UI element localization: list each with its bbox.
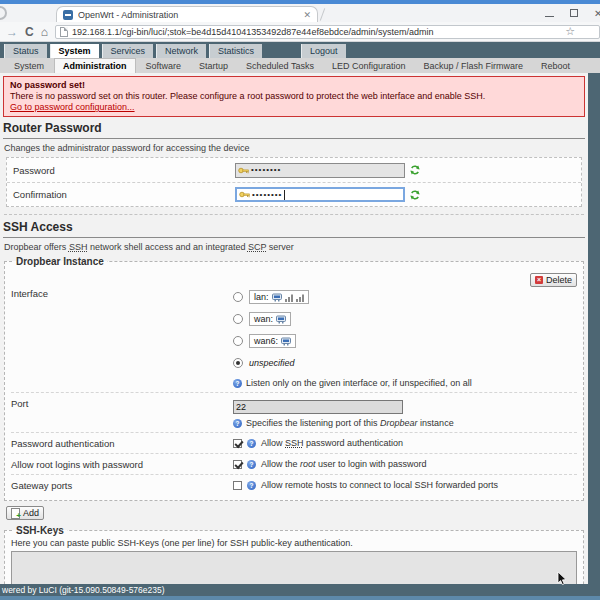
ssh-keys-legend: SSH-Keys [13, 525, 67, 536]
gateway-ports-help: Allow remote hosts to connect to local S… [261, 480, 498, 490]
ssh-access-description: Dropbear offers SSH network shell access… [4, 242, 584, 252]
port-help: ? Specifies the listening port of this D… [233, 418, 577, 428]
radio-wan[interactable] [233, 314, 243, 324]
window-controls: ✕ [545, 4, 600, 22]
bottom-accent-strip [0, 596, 600, 600]
interface-option-wan: wan: [233, 308, 577, 330]
tab-edge [320, 8, 325, 21]
port-input[interactable] [233, 400, 403, 414]
port-label: Port [11, 396, 233, 429]
password-configuration-link[interactable]: Go to password configuration... [10, 102, 135, 112]
signal-icon [296, 293, 304, 302]
router-password-section: Password •••••••• Confirmation •••••••• [6, 157, 582, 207]
nav-logout[interactable]: Logout [301, 44, 346, 58]
close-button[interactable]: ✕ [594, 8, 600, 19]
home-icon[interactable]: ⌂ [41, 26, 48, 38]
add-button[interactable]: Add [6, 506, 44, 520]
password-toggle-icon[interactable] [410, 165, 420, 175]
password-auth-checkbox[interactable] [233, 439, 242, 448]
delete-button[interactable]: × Delete [530, 273, 577, 287]
password-masked-value: •••••••• [251, 166, 281, 174]
wan6-interface-box: wan6: [249, 334, 296, 348]
confirmation-row: Confirmation •••••••• [7, 182, 581, 206]
password-auth-label: Password authentication [11, 436, 233, 450]
ethernet-icon [281, 337, 291, 346]
confirmation-input[interactable]: •••••••• [235, 187, 405, 202]
radio-lan[interactable] [233, 292, 243, 302]
ssh-abbr: SSH [69, 242, 88, 252]
nav-status[interactable]: Status [4, 44, 47, 58]
port-row: Port ? Specifies the listening port of t… [11, 393, 577, 433]
minimize-button[interactable] [545, 16, 554, 17]
reload-icon[interactable]: C [25, 26, 34, 38]
ssh-keys-textarea[interactable] [11, 551, 577, 584]
powered-by-text: wered by LuCI (git-15.090.50849-576e235) [2, 585, 165, 595]
password-input[interactable]: •••••••• [235, 163, 405, 178]
nav-network[interactable]: Network [156, 44, 206, 58]
add-row: Add [6, 504, 582, 522]
nav-statistics[interactable]: Statistics [209, 44, 262, 58]
forward-icon[interactable]: → [6, 26, 18, 38]
nav-services[interactable]: Services [102, 44, 154, 58]
signal-icon [285, 293, 293, 302]
address-bar[interactable]: 192.168.1.1/cgi-bin/luci/;stok=be4d15d41… [55, 25, 600, 39]
gateway-ports-checkbox[interactable] [233, 481, 242, 490]
url-text[interactable]: 192.168.1.1/cgi-bin/luci/;stok=be4d15d41… [72, 27, 561, 37]
nav-system[interactable]: System [50, 44, 99, 58]
password-auth-help: Allow SSH password authentication [261, 438, 403, 448]
subnav-reboot[interactable]: Reboot [533, 59, 578, 73]
dropbear-instance-legend: Dropbear Instance [13, 256, 107, 267]
subnav-led-configuration[interactable]: LED Configuration [324, 59, 414, 73]
subnav-system[interactable]: System [6, 59, 52, 73]
wan-interface-box: wan: [249, 312, 291, 326]
root-login-checkbox[interactable] [233, 460, 242, 469]
interface-help: ? Listen only on the given interface or,… [233, 378, 577, 388]
no-password-alert: No password set! There is no password se… [3, 76, 585, 117]
browser-tab[interactable]: OpenWrt - Administration ✕ [56, 6, 318, 22]
browser-profile-circle-partial [0, 6, 7, 20]
ethernet-icon [272, 293, 282, 302]
dropbear-instance-fieldset: Dropbear Instance × Delete Interface lan… [4, 256, 584, 501]
page-background: No password set! There is no password se… [0, 73, 600, 584]
footer-bar: wered by LuCI (git-15.090.50849-576e235) [0, 584, 600, 596]
main-nav: Status System Services Network Statistic… [0, 42, 600, 58]
router-password-description: Changes the administrator password for a… [4, 143, 584, 153]
root-login-label: Allow root logins with password [11, 457, 233, 471]
radio-wan6[interactable] [233, 336, 243, 346]
bookmark-star-icon[interactable]: ☆ [565, 25, 575, 38]
router-password-heading: Router Password [3, 121, 585, 139]
subnav-software[interactable]: Software [138, 59, 190, 73]
help-icon: ? [247, 439, 256, 448]
interface-label: Interface [11, 286, 233, 389]
subnav-startup[interactable]: Startup [191, 59, 236, 73]
password-auth-row: Password authentication ? Allow SSH pass… [11, 433, 577, 454]
gateway-ports-label: Gateway ports [11, 478, 233, 492]
subnav-scheduled-tasks[interactable]: Scheduled Tasks [238, 59, 322, 73]
subnav-administration[interactable]: Administration [54, 58, 136, 73]
ssh-access-heading: SSH Access [3, 220, 585, 238]
confirmation-toggle-icon[interactable] [410, 190, 420, 200]
mouse-cursor [557, 571, 569, 591]
interface-option-unspecified: unspecified [233, 352, 577, 374]
tab-title: OpenWrt - Administration [78, 10, 298, 20]
gateway-ports-row: Gateway ports ? Allow remote hosts to co… [11, 475, 577, 495]
interface-option-wan6: wan6: [233, 330, 577, 352]
ssh-keys-textarea-wrap [11, 551, 577, 584]
root-login-help: Allow the root user to login with passwo… [261, 459, 427, 469]
delete-icon: × [535, 276, 543, 284]
help-icon: ? [247, 460, 256, 469]
maximize-button[interactable] [570, 9, 578, 17]
main-content: No password set! There is no password se… [0, 73, 588, 584]
ssh-keys-fieldset: SSH-Keys Here you can paste public SSH-K… [4, 525, 584, 584]
root-login-row: Allow root logins with password ? Allow … [11, 454, 577, 475]
openwrt-favicon-icon [63, 10, 73, 20]
radio-unspecified[interactable] [233, 358, 243, 368]
browser-toolbar: → C ⌂ 192.168.1.1/cgi-bin/luci/;stok=be4… [0, 22, 600, 42]
tab-close-icon[interactable]: ✕ [303, 10, 311, 20]
page-icon [60, 27, 68, 37]
scp-abbr: SCP [248, 242, 266, 252]
subnav-backup-flash-firmware[interactable]: Backup / Flash Firmware [416, 59, 532, 73]
alert-message: There is no password set on this router.… [10, 91, 578, 102]
interface-row: Interface lan: wan: [11, 283, 577, 393]
text-caret [284, 190, 285, 200]
